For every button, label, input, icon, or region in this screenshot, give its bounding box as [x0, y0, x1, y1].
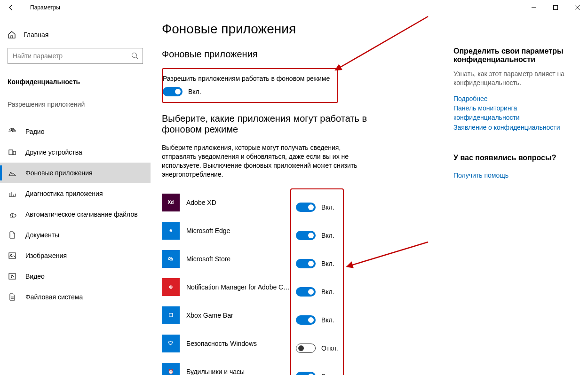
app-toggle-state: Вкл.	[321, 203, 334, 211]
nav-label: Другие устройства	[25, 148, 82, 156]
window-title: Параметры	[23, 4, 60, 11]
sidebar: Главная Конфиденциальность Разрешения пр…	[0, 15, 151, 375]
app-toggle-state: Вкл.	[321, 232, 334, 239]
svg-rect-0	[554, 6, 558, 10]
app-toggle-state: Вкл.	[321, 316, 334, 324]
svg-point-2	[12, 131, 13, 132]
search-input-wrap[interactable]	[8, 48, 143, 64]
master-toggle-label: Разрешить приложениям работать в фоновом…	[163, 75, 330, 82]
app-toggle-row: Вкл.	[296, 193, 338, 221]
app-row: 🛍Microsoft Store	[162, 245, 290, 273]
master-toggle-state: Вкл.	[188, 88, 201, 95]
section-title: Конфиденциальность	[0, 73, 151, 94]
app-toggle-state: Вкл.	[321, 288, 334, 296]
right-panel: Определить свои параметры конфиденциальн…	[453, 22, 576, 375]
sidebar-item[interactable]: Радио	[0, 121, 151, 142]
nav-icon	[8, 189, 17, 198]
sidebar-item[interactable]: Другие устройства	[0, 142, 151, 163]
page-title: Фоновые приложения	[162, 22, 453, 37]
master-toggle[interactable]	[163, 87, 183, 96]
app-toggle-row: Вкл.	[296, 362, 338, 375]
app-icon: e	[162, 222, 180, 240]
sidebar-item[interactable]: Фоновые приложения	[0, 163, 151, 183]
sidebar-item[interactable]: Видео	[0, 266, 151, 287]
minimize-button[interactable]	[523, 0, 545, 15]
sidebar-item[interactable]: Диагностика приложения	[0, 183, 151, 204]
sidebar-item[interactable]: Изображения	[0, 245, 151, 266]
apps-description: Выберите приложения, которые могут получ…	[162, 143, 364, 179]
sidebar-item[interactable]: Автоматическое скачивание файлов	[0, 204, 151, 225]
app-toggle[interactable]	[296, 315, 316, 325]
help-link[interactable]: Получить помощь	[453, 171, 576, 180]
info-link[interactable]: Подробнее	[453, 94, 576, 103]
section-heading-apps: Выберите, какие приложения могут работат…	[162, 113, 369, 135]
nav-icon	[8, 293, 17, 301]
home-label: Главная	[24, 31, 48, 39]
sidebar-item[interactable]: Документы	[0, 225, 151, 245]
app-toggle-row: Вкл.	[296, 250, 338, 278]
app-name: Будильники и часы	[180, 368, 290, 375]
search-icon	[131, 52, 139, 60]
app-icon: ⊚	[162, 278, 180, 296]
nav-label: Диагностика приложения	[25, 190, 103, 197]
nav-label: Радио	[25, 128, 44, 135]
nav-icon	[8, 272, 17, 281]
app-toggle[interactable]	[296, 287, 316, 297]
home-icon	[8, 31, 16, 39]
maximize-button[interactable]	[545, 0, 566, 15]
svg-rect-5	[9, 253, 16, 258]
app-toggle-row: Откл.	[296, 334, 338, 362]
app-icon: ⏰	[162, 363, 180, 375]
svg-rect-3	[9, 150, 13, 155]
right-title-2: У вас появились вопросы?	[453, 154, 576, 162]
apps-toggle-box: Вкл.Вкл.Вкл.Вкл.Вкл.Откл.Вкл.	[290, 188, 344, 375]
app-row: ❐Xbox Game Bar	[162, 301, 290, 329]
content: Фоновые приложения Фоновые приложения Ра…	[151, 15, 588, 375]
right-sub-1: Узнать, как этот параметр влияет на конф…	[453, 70, 576, 87]
app-toggle-state: Откл.	[321, 344, 338, 352]
svg-point-1	[132, 53, 137, 58]
master-toggle-box: Разрешить приложениям работать в фоновом…	[162, 68, 338, 103]
app-toggle[interactable]	[296, 344, 316, 353]
nav-label: Видео	[25, 273, 45, 280]
nav-icon	[8, 210, 17, 219]
app-row: eMicrosoft Edge	[162, 217, 290, 245]
app-toggle[interactable]	[296, 203, 316, 212]
section-heading-master: Фоновые приложения	[162, 49, 453, 60]
app-toggle[interactable]	[296, 259, 316, 268]
category-label: Разрешения приложений	[0, 94, 151, 108]
app-toggle[interactable]	[296, 231, 316, 240]
app-toggle[interactable]	[296, 372, 316, 375]
svg-rect-4	[13, 151, 16, 155]
app-name: Безопасность Windows	[180, 340, 290, 347]
window-controls	[523, 0, 588, 15]
titlebar: Параметры	[0, 0, 588, 15]
back-button[interactable]	[0, 0, 23, 15]
svg-rect-7	[9, 273, 16, 279]
app-toggle-state: Вкл.	[321, 373, 334, 375]
nav-label: Автоматическое скачивание файлов	[25, 211, 138, 218]
app-icon: 🛍	[162, 250, 180, 268]
search-input[interactable]	[13, 52, 131, 60]
app-row: 🛡Безопасность Windows	[162, 329, 290, 358]
sidebar-item[interactable]: Файловая система	[0, 287, 151, 307]
app-row: ⊚Notification Manager for Adobe Cre…	[162, 273, 290, 301]
nav-icon	[8, 127, 17, 136]
close-button[interactable]	[566, 0, 588, 15]
right-title-1: Определить свои параметры конфиденциальн…	[453, 47, 576, 64]
app-toggle-row: Вкл.	[296, 306, 338, 334]
app-icon: Xd	[162, 194, 180, 211]
app-toggle-row: Вкл.	[296, 221, 338, 250]
app-toggle-state: Вкл.	[321, 260, 334, 267]
app-row: XdAdobe XD	[162, 188, 290, 217]
info-link[interactable]: Панель мониторинга конфиденциальности	[453, 103, 576, 123]
nav-icon	[8, 169, 17, 177]
home-button[interactable]: Главная	[0, 25, 151, 44]
app-name: Notification Manager for Adobe Cre…	[180, 283, 290, 291]
svg-point-6	[10, 254, 12, 256]
info-link[interactable]: Заявление о конфиденциальности	[453, 123, 576, 132]
nav-icon	[8, 148, 17, 156]
arrow-left-icon	[8, 4, 15, 11]
nav-label: Изображения	[25, 252, 67, 259]
app-name: Microsoft Store	[180, 255, 290, 263]
